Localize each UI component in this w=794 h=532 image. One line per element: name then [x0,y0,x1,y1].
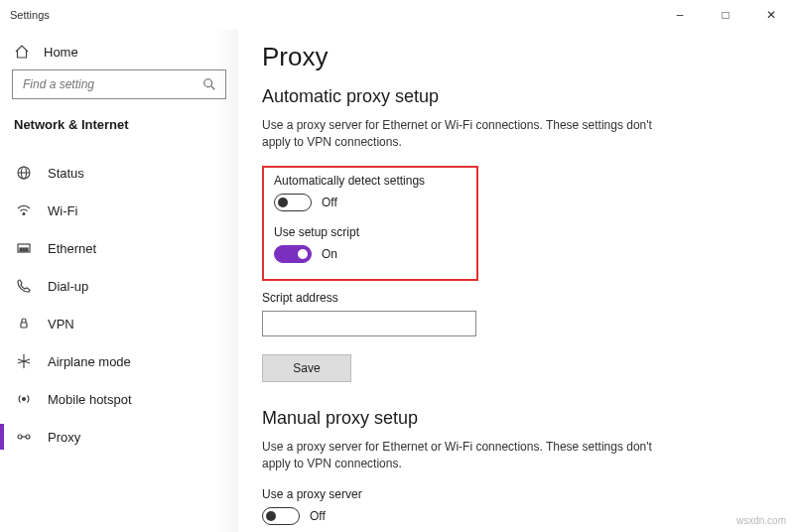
svg-line-1 [211,86,215,90]
sidebar-item-label: Ethernet [48,241,96,256]
search-input[interactable] [12,69,226,99]
save-button-label: Save [293,361,320,375]
hotspot-icon [16,391,32,407]
highlight-annotation: Automatically detect settings Off Use se… [262,166,478,281]
vpn-icon [16,316,32,332]
save-button[interactable]: Save [262,354,351,382]
main-content: Proxy Automatic proxy setup Use a proxy … [238,30,794,532]
sidebar-item-label: Proxy [48,430,80,445]
svg-point-13 [26,435,30,439]
script-address-input[interactable] [262,311,476,336]
sidebar-item-home[interactable]: Home [12,38,226,69]
sidebar-item-label: Wi-Fi [48,203,77,218]
use-proxy-label: Use a proxy server [262,487,774,501]
minimize-button[interactable]: – [657,0,703,30]
sidebar-item-label: Dial-up [48,279,88,294]
sidebar-item-label: Mobile hotspot [48,392,132,407]
manual-proxy-heading: Manual proxy setup [262,408,774,429]
sidebar-item-hotspot[interactable]: Mobile hotspot [12,380,226,418]
sidebar-item-ethernet[interactable]: Ethernet [12,229,226,267]
close-button[interactable]: ✕ [748,0,794,30]
search-icon [201,76,217,92]
svg-rect-8 [23,248,25,251]
sidebar-item-proxy[interactable]: Proxy [12,418,226,456]
sidebar: Home Network & Internet Status Wi-Fi [0,30,238,532]
script-address-label: Script address [262,291,774,305]
sidebar-item-dialup[interactable]: Dial-up [12,267,226,305]
sidebar-item-label: Status [48,166,84,181]
svg-point-11 [23,398,26,401]
svg-rect-7 [20,248,22,251]
sidebar-item-wifi[interactable]: Wi-Fi [12,192,226,229]
sidebar-item-status[interactable]: Status [12,154,226,192]
maximize-button[interactable]: □ [703,0,748,30]
manual-proxy-desc: Use a proxy server for Ethernet or Wi-Fi… [262,439,679,473]
search-field[interactable] [21,76,201,92]
titlebar: Settings – □ ✕ [0,0,794,30]
use-proxy-toggle[interactable] [262,507,300,525]
svg-point-0 [204,79,212,87]
setup-script-label: Use setup script [274,225,466,239]
auto-detect-toggle[interactable] [274,194,312,211]
auto-proxy-heading: Automatic proxy setup [262,86,774,107]
sidebar-section-header: Network & Internet [14,117,226,132]
home-icon [14,44,30,60]
sidebar-item-label: VPN [48,317,74,332]
sidebar-item-airplane[interactable]: Airplane mode [12,342,226,380]
proxy-icon [16,429,32,445]
window-title: Settings [10,9,50,21]
phone-icon [16,278,32,294]
svg-rect-10 [21,323,27,328]
auto-detect-state: Off [322,196,337,209]
svg-point-5 [23,213,25,215]
sidebar-item-label: Airplane mode [48,354,131,369]
page-title: Proxy [262,42,774,72]
setup-script-toggle[interactable] [274,245,312,263]
svg-rect-9 [26,248,28,251]
airplane-icon [16,353,32,369]
auto-proxy-desc: Use a proxy server for Ethernet or Wi-Fi… [262,117,679,152]
globe-icon [16,165,32,181]
home-label: Home [44,45,78,60]
wifi-icon [16,202,32,218]
setup-script-state: On [322,247,337,261]
ethernet-icon [16,240,32,256]
sidebar-item-vpn[interactable]: VPN [12,305,226,342]
use-proxy-state: Off [310,509,326,523]
auto-detect-label: Automatically detect settings [274,174,466,188]
svg-point-12 [18,435,22,439]
watermark: wsxdn.com [736,515,786,526]
